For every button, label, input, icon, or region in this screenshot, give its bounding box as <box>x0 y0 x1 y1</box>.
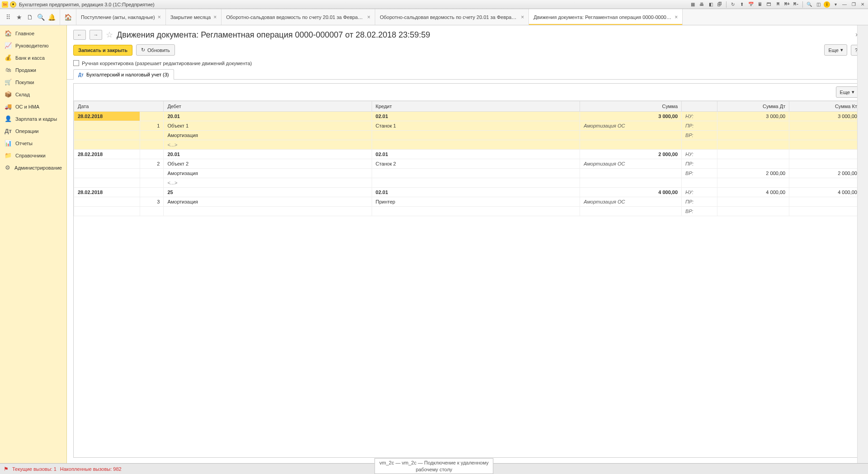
table-row[interactable]: 28.02.2018 20.0102.01 2 000,00 НУ: <box>74 150 861 159</box>
favorite-star-icon[interactable]: ☆ <box>106 30 113 40</box>
manual-edit-checkbox[interactable] <box>73 60 79 66</box>
panel-icon[interactable]: ◫ <box>815 1 822 8</box>
apps-icon[interactable]: ⠿ <box>3 12 14 23</box>
search-icon[interactable]: 🔍 <box>806 1 813 8</box>
sidebar-item-operations[interactable]: ДтОперации <box>0 125 66 137</box>
toolbar: ⠿ ★ 🗋 🔍 🔔 🏠 Поступление (акты, накладные… <box>0 9 868 25</box>
system-icons: ▦ 🖶 ◧ 🗐 ↻ ⬆ 📅 🖩 🗔 M M+ M- 🔍 ◫ i ▾ — ❐ ✕ <box>689 1 866 8</box>
cart-icon: 🛒 <box>5 79 12 85</box>
action-row: Записать и закрыть ↻Обновить Еще▾ ? <box>67 43 868 57</box>
sidebar-item-admin[interactable]: ⚙Администрирование <box>0 161 66 174</box>
sidebar-item-warehouse[interactable]: 📦Склад <box>0 88 66 100</box>
main-area: ← → ☆ Движения документа: Регламентная о… <box>67 25 868 463</box>
table-row[interactable]: 28.02.2018 2502.01 4 000,00 НУ:4 000,004… <box>74 188 861 197</box>
th-sumkt[interactable]: Сумма Кт <box>789 101 861 112</box>
print-icon[interactable]: 🖶 <box>698 1 705 8</box>
accounting-table: Дата Дебет Кредит Сумма Сумма Дт Сумма К… <box>74 101 861 216</box>
chart-icon: 📈 <box>5 42 12 49</box>
truck-icon: 🚚 <box>5 103 12 110</box>
gear-icon: ⚙ <box>5 164 11 171</box>
chevron-down-icon: ▾ <box>852 89 854 95</box>
report-icon: 📊 <box>5 140 12 147</box>
minimize-icon[interactable]: — <box>841 1 848 8</box>
tab-close-icon[interactable]: × <box>158 14 161 20</box>
accounting-tab[interactable]: Дт Бухгалтерский и налоговый учет (3) <box>73 69 174 80</box>
sys-icon[interactable]: ▦ <box>689 1 696 8</box>
sidebar-item-assets[interactable]: 🚚ОС и НМА <box>0 100 66 113</box>
table-row[interactable]: 1 Объект 1Станок 1 Амортизация ОС ПР: <box>74 121 861 131</box>
th-sum[interactable]: Сумма <box>580 101 682 112</box>
app-menu-dropdown-icon[interactable]: ▾ <box>10 1 16 8</box>
table-row[interactable]: 2 Объект 2Станок 2 Амортизация ОС ПР: <box>74 159 861 169</box>
tab-close-icon[interactable]: × <box>367 14 370 20</box>
tab-close-icon[interactable]: × <box>213 14 217 20</box>
sys-icon[interactable]: 🗔 <box>765 1 773 8</box>
back-button[interactable]: ← <box>73 30 86 40</box>
tab-item[interactable]: Закрытие месяца× <box>166 9 222 25</box>
sidebar-item-purchases[interactable]: 🛒Покупки <box>0 76 66 88</box>
m-icon[interactable]: M <box>774 1 782 8</box>
clipboard-icon[interactable]: 🗋 <box>24 12 35 23</box>
money-icon: 💰 <box>5 54 12 61</box>
home-button[interactable]: 🏠 <box>60 9 76 25</box>
th-sumdt[interactable]: Сумма Дт <box>717 101 789 112</box>
tab-item-active[interactable]: Движения документа: Регламентная операци… <box>529 9 683 25</box>
right-panel-edge[interactable] <box>857 25 868 463</box>
table-row[interactable]: <...> <box>74 178 861 188</box>
calendar-icon[interactable]: 📅 <box>747 1 755 8</box>
sidebar-item-catalogs[interactable]: 📁Справочники <box>0 149 66 161</box>
save-close-button[interactable]: Записать и закрыть <box>73 45 132 56</box>
sidebar-item-hr[interactable]: 👤Зарплата и кадры <box>0 113 66 125</box>
sys-icon[interactable]: ↻ <box>729 1 736 8</box>
table-row[interactable]: <...> <box>74 140 861 150</box>
status-accum: Накопленные вызовы: 982 <box>60 466 122 472</box>
sidebar-item-sales[interactable]: 🛍Продажи <box>0 64 66 76</box>
tab-item[interactable]: Поступление (акты, накладные)× <box>76 9 166 25</box>
table-row[interactable]: Амортизация ВР:2 000,002 000,00 <box>74 169 861 178</box>
tab-item[interactable]: Оборотно-сальдовая ведомость по счету 20… <box>375 9 529 25</box>
sys-icon[interactable]: 🗐 <box>716 1 723 8</box>
sys-icon[interactable]: ⬆ <box>738 1 745 8</box>
tab-close-icon[interactable]: × <box>675 14 678 20</box>
sidebar: 🏠Главное 📈Руководителю 💰Банк и касса 🛍Пр… <box>0 25 67 463</box>
th-blank[interactable] <box>682 101 717 112</box>
table-more-button[interactable]: Еще▾ <box>836 86 859 98</box>
sidebar-item-bank[interactable]: 💰Банк и касса <box>0 52 66 64</box>
rdp-banner: vm_2c — vm_2c — Подключение к удаленному… <box>374 458 493 474</box>
table-row[interactable]: 3 АмортизацияПринтер Амортизация ОС ПР: <box>74 197 861 207</box>
bell-icon[interactable]: 🔔 <box>46 12 57 23</box>
star-icon[interactable]: ★ <box>14 12 24 23</box>
dtk-icon: Дт <box>5 128 12 134</box>
sidebar-item-reports[interactable]: 📊Отчеты <box>0 137 66 149</box>
refresh-button[interactable]: ↻Обновить <box>136 44 175 56</box>
th-debit[interactable]: Дебет <box>164 101 372 112</box>
table-row[interactable]: ВР: <box>74 207 861 216</box>
search-icon[interactable]: 🔍 <box>35 12 46 23</box>
tab-close-icon[interactable]: × <box>521 14 524 20</box>
table-row[interactable]: Амортизация ВР: <box>74 131 861 140</box>
sidebar-item-main[interactable]: 🏠Главное <box>0 27 66 39</box>
sidebar-item-manager[interactable]: 📈Руководителю <box>0 39 66 52</box>
dropdown-icon[interactable]: ▾ <box>832 1 839 8</box>
tab-item[interactable]: Оборотно-сальдовая ведомость по счету 20… <box>222 9 375 25</box>
refresh-icon: ↻ <box>141 47 145 53</box>
data-grid[interactable]: Дата Дебет Кредит Сумма Сумма Дт Сумма К… <box>74 101 861 457</box>
calculator-icon[interactable]: 🖩 <box>756 1 764 8</box>
table-row[interactable]: 28.02.2018 20.0102.01 3 000,00 НУ:3 000,… <box>74 112 861 121</box>
m-plus-icon[interactable]: M+ <box>783 1 791 8</box>
person-icon: 👤 <box>5 115 12 122</box>
sys-icon[interactable]: ◧ <box>707 1 714 8</box>
open-tabs: Поступление (акты, накладные)× Закрытие … <box>76 9 868 25</box>
home-icon: 🏠 <box>5 30 12 37</box>
restore-icon[interactable]: ❐ <box>850 1 857 8</box>
th-date[interactable]: Дата <box>74 101 164 112</box>
info-icon[interactable]: i <box>824 1 830 8</box>
doc-header: ← → ☆ Движения документа: Регламентная о… <box>67 25 868 43</box>
separator <box>802 1 803 8</box>
m-minus-icon[interactable]: M- <box>793 1 800 8</box>
titlebar: 1c ▾ Бухгалтерия предприятия, редакция 3… <box>0 0 868 9</box>
forward-button[interactable]: → <box>90 30 102 40</box>
th-credit[interactable]: Кредит <box>372 101 580 112</box>
close-icon[interactable]: ✕ <box>859 1 866 8</box>
more-button[interactable]: Еще▾ <box>824 44 847 56</box>
